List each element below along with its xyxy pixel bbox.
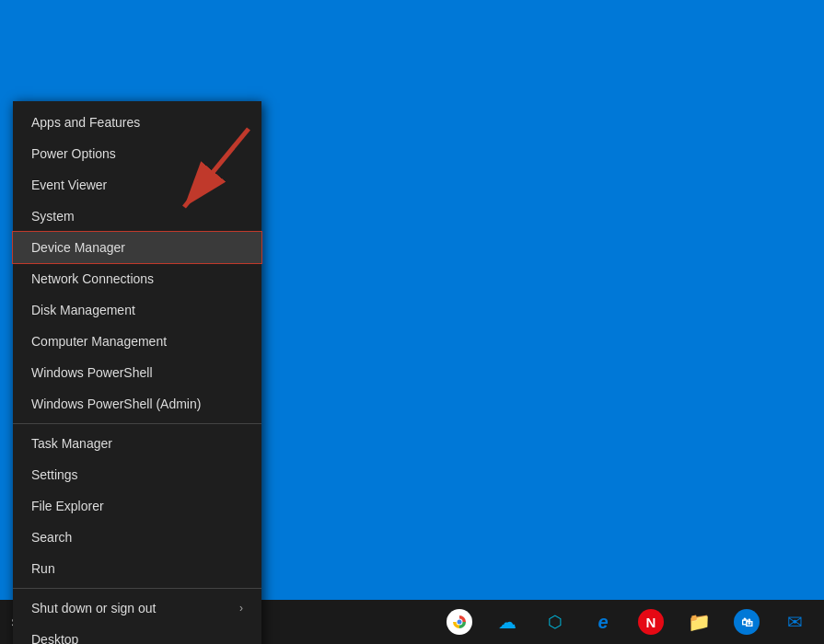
menu-item-run[interactable]: Run (13, 553, 261, 584)
menu-item-network-connections[interactable]: Network Connections (13, 263, 261, 294)
menu-item-label-desktop: Desktop (31, 632, 78, 644)
menu-item-label-shut-down-sign-out: Shut down or sign out (31, 601, 156, 615)
menu-item-event-viewer[interactable]: Event Viewer (13, 169, 261, 201)
menu-item-label-event-viewer: Event Viewer (31, 178, 107, 192)
menu-item-label-power-options: Power Options (31, 146, 116, 161)
taskbar-chrome-icon[interactable] (437, 600, 482, 644)
menu-item-label-network-connections: Network Connections (31, 271, 154, 286)
explorer-icon: 📁 (688, 611, 711, 633)
taskbar-store-icon[interactable]: 🛍 (725, 600, 769, 644)
menu-item-file-explorer[interactable]: File Explorer (13, 490, 261, 522)
taskbar-app-icons: ☁ ⬡ e N 📁 🛍 ✉ (437, 600, 824, 644)
desktop: Apps and FeaturesPower OptionsEvent View… (0, 0, 824, 644)
menu-item-system[interactable]: System (13, 201, 261, 232)
menu-item-label-run: Run (31, 561, 55, 576)
taskbar-edge-icon[interactable]: e (581, 600, 625, 644)
store-icon: 🛍 (734, 609, 760, 635)
mail-icon: ✉ (787, 611, 803, 633)
menu-item-apps-features[interactable]: Apps and Features (13, 107, 261, 138)
menu-item-label-apps-features: Apps and Features (31, 115, 140, 130)
menu-item-label-search: Search (31, 530, 72, 545)
chrome-icon (447, 609, 472, 635)
edge-icon: e (598, 612, 608, 633)
taskbar-photos-icon[interactable]: ⬡ (533, 600, 577, 644)
svg-point-4 (458, 620, 462, 625)
menu-divider-task-manager (13, 423, 261, 424)
menu-item-task-manager[interactable]: Task Manager (13, 428, 261, 459)
menu-item-shut-down-sign-out[interactable]: Shut down or sign out› (13, 592, 261, 624)
menu-item-label-file-explorer: File Explorer (31, 499, 104, 513)
menu-item-disk-management[interactable]: Disk Management (13, 294, 261, 326)
menu-item-label-settings: Settings (31, 467, 78, 482)
menu-item-power-options[interactable]: Power Options (13, 138, 261, 169)
onedrive-icon: ☁ (498, 611, 516, 633)
menu-item-desktop[interactable]: Desktop (13, 624, 261, 644)
photos-icon: ⬡ (548, 612, 563, 632)
context-menu: Apps and FeaturesPower OptionsEvent View… (13, 101, 261, 644)
taskbar-netflix-icon[interactable]: N (629, 600, 673, 644)
taskbar-explorer-icon[interactable]: 📁 (677, 600, 721, 644)
menu-divider-shut-down-sign-out (13, 588, 261, 589)
menu-item-arrow-shut-down-sign-out: › (239, 602, 243, 615)
menu-item-computer-management[interactable]: Computer Management (13, 326, 261, 357)
taskbar-mail-icon[interactable]: ✉ (772, 600, 817, 644)
taskbar-onedrive-icon[interactable]: ☁ (485, 600, 529, 644)
menu-item-label-computer-management: Computer Management (31, 334, 167, 349)
menu-item-label-device-manager: Device Manager (31, 240, 125, 255)
menu-item-device-manager[interactable]: Device Manager (13, 232, 261, 263)
menu-item-windows-powershell-admin[interactable]: Windows PowerShell (Admin) (13, 388, 261, 420)
menu-item-label-task-manager: Task Manager (31, 436, 112, 451)
menu-item-label-windows-powershell-admin: Windows PowerShell (Admin) (31, 397, 201, 411)
netflix-icon: N (638, 609, 664, 635)
menu-item-windows-powershell[interactable]: Windows PowerShell (13, 357, 261, 388)
menu-item-label-system: System (31, 209, 75, 224)
menu-item-search[interactable]: Search (13, 522, 261, 553)
menu-item-label-disk-management: Disk Management (31, 303, 135, 317)
menu-item-label-windows-powershell: Windows PowerShell (31, 365, 153, 380)
menu-item-settings[interactable]: Settings (13, 459, 261, 490)
